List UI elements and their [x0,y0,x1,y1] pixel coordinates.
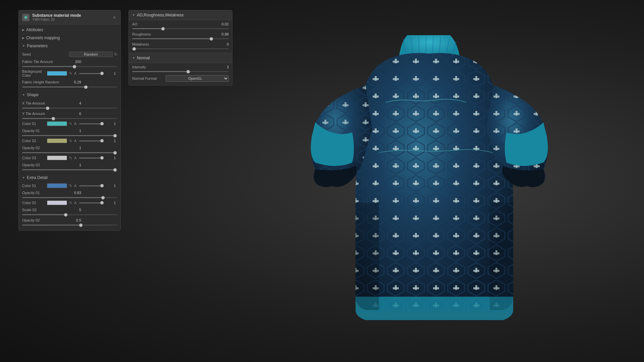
shape-color03-picker-icon[interactable]: ✎ [68,156,73,160]
shape-opacity02-row: Opacity 02 1 [19,144,120,152]
y-tile-amount-slider-thumb[interactable] [52,117,55,120]
shape-opacity01-slider[interactable] [22,135,117,136]
extra-color01-row: Color 01 ✎ A 1 [19,182,120,189]
shape-color03-swatch[interactable] [47,156,67,160]
normal-section-header[interactable]: ▼ Normal [129,53,232,63]
ao-roughness-header[interactable]: ▼ AO,Roughness,Metalness [129,10,232,20]
fabric-height-random-slider-thumb[interactable] [84,85,88,89]
normal-content: Intensity 3 Normal Format OpenGL [129,63,232,85]
y-tile-amount-slider-fill [22,118,53,119]
shape-color02-alpha-slider[interactable] [79,140,102,141]
normal-format-row: Normal Format OpenGL [129,74,232,83]
material-icon [22,14,30,21]
parameters-section-header[interactable]: ▼ Parameters [19,42,120,50]
extra-opacity01-slider[interactable] [22,197,117,198]
shape-opacity01-row: Opacity 01 1 [19,127,120,134]
shape-color01-row: Color 01 ✎ A 1 [19,120,120,127]
roughness-label: Roughness [132,32,217,36]
shape-color02-row: Color 02 ✎ A 1 [19,137,120,144]
shape-color02-picker-icon[interactable]: ✎ [68,139,73,143]
shape-opacity02-slider[interactable] [22,152,117,153]
fabric-height-random-slider-track[interactable] [22,86,117,87]
intensity-slider-track[interactable] [132,71,229,72]
extra-color02-swatch[interactable] [47,200,67,205]
fabric-height-random-label: Fabric Height Random [22,80,69,84]
background-color-alpha-slider[interactable] [79,73,102,74]
normal-format-label: Normal Format [132,76,166,80]
normal-format-dropdown[interactable]: OpenGL [166,75,229,82]
extra-color02-alpha-slider[interactable] [79,202,102,203]
fabric-height-random-slider-row[interactable] [19,86,120,89]
extra-opacity01-slider-row[interactable] [19,196,120,199]
roughness-slider-row[interactable] [129,38,232,41]
background-color-picker-icon[interactable]: ✎ [68,71,73,76]
metalness-slider-row[interactable] [129,48,232,51]
x-tile-amount-slider-row[interactable] [19,107,120,110]
extra-scale02-slider[interactable] [22,214,117,215]
seed-input[interactable] [69,52,113,57]
extra-detail-content: Color 01 ✎ A 1 Opacity 01 0.83 [19,182,120,229]
fabric-height-random-slider-fill [22,86,86,87]
ao-slider-row[interactable] [129,27,232,31]
fabric-tile-amount-slider-fill [22,66,74,67]
close-button[interactable]: × [112,14,117,20]
extra-scale02-row: Scale 02 5 [19,206,120,214]
roughness-row: Roughness 0.88 [129,31,232,38]
extra-color02-alpha-value: 1 [104,201,117,205]
shape-color01-label: Color 01 [22,122,46,126]
shape-section-header[interactable]: ▼ Shape [19,91,120,99]
extra-color02-label: Color 02 [22,201,46,205]
roughness-slider-track[interactable] [132,38,229,39]
y-tile-amount-slider-row[interactable] [19,117,120,120]
shape-opacity01-slider-row[interactable] [19,134,120,137]
shape-color03-alpha-value: 1 [104,156,117,160]
extra-color02-picker-icon[interactable]: ✎ [68,201,73,205]
ao-row: AO 0.02 [129,21,232,27]
panel-subtitle: YMH Fabric 20 [32,18,81,21]
shape-color02-alpha-value: 1 [104,139,117,143]
extra-opacity02-slider[interactable] [22,225,117,226]
metalness-slider-track[interactable] [132,48,229,49]
intensity-slider-row[interactable] [129,70,232,74]
attributes-label: Attributes [26,27,43,32]
extra-detail-label: Extra Detail [27,175,48,180]
x-tile-amount-slider-track[interactable] [22,108,117,109]
shape-color02-swatch[interactable] [47,138,67,143]
shape-color01-swatch[interactable] [47,121,67,126]
background-color-alpha-thumb[interactable] [100,72,104,75]
background-color-a-label: A [74,71,76,75]
seed-refresh-icon[interactable]: ↻ [114,52,117,57]
extra-color01-picker-icon[interactable]: ✎ [68,184,73,188]
attributes-section-header[interactable]: ▶ Attributes [19,26,120,34]
channels-mapping-section-header[interactable]: ▶ Channels mapping [19,34,120,42]
ao-label: AO [132,22,217,26]
extra-opacity02-slider-row[interactable] [19,224,120,227]
fabric-tile-amount-slider-row[interactable] [19,65,120,68]
fabric-tile-amount-slider-track[interactable] [22,66,117,67]
extra-detail-section-header[interactable]: ▼ Extra Detail [19,174,120,182]
shape-color01-alpha-slider[interactable] [79,123,102,124]
background-color-alpha-value: 1 [104,72,117,75]
ao-slider-track[interactable] [132,28,229,29]
shape-opacity02-value: 1 [69,146,83,150]
shape-opacity03-slider-row[interactable] [19,169,120,172]
background-color-row: Background Color ✎ A 1 [19,68,120,78]
shape-color03-alpha-slider[interactable] [79,158,102,159]
shape-color01-picker-icon[interactable]: ✎ [68,122,73,126]
panel-header: Substance material mode YMH Fabric 20 × [19,10,120,24]
background-color-swatch[interactable] [47,71,67,76]
right-panel: ▼ AO,Roughness,Metalness AO 0.02 Roughne… [128,10,232,85]
x-tile-amount-slider-thumb[interactable] [46,107,49,110]
extra-color01-alpha-value: 1 [104,184,117,188]
panel-title-block: Substance material mode YMH Fabric 20 [32,13,81,21]
shape-content: X Tile Amount 4 Y Tile Amount 6 [19,99,120,174]
extra-color01-swatch[interactable] [47,183,67,188]
y-tile-amount-slider-track[interactable] [22,118,117,119]
shape-opacity03-slider[interactable] [22,169,117,170]
y-tile-amount-label: Y Tile Amount [22,112,69,116]
extra-color01-alpha-slider[interactable] [79,185,102,186]
extra-scale02-slider-row[interactable] [19,214,120,217]
shape-opacity02-slider-row[interactable] [19,152,120,155]
fabric-tile-amount-slider-thumb[interactable] [73,65,76,68]
shape-color02-label: Color 02 [22,139,46,143]
